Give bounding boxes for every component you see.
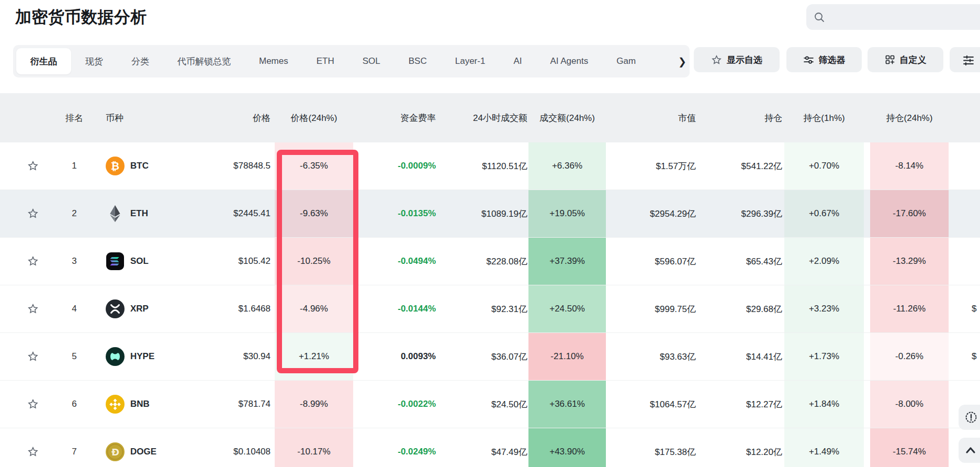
- col-price-change-24h[interactable]: 价格(24h%): [275, 93, 353, 142]
- rank: 5: [48, 333, 100, 380]
- filter-button[interactable]: 筛选器: [786, 47, 862, 72]
- favorite-star-cell[interactable]: [0, 333, 48, 380]
- funding-rate: -0.0144%: [353, 285, 440, 332]
- favorite-star-icon[interactable]: [27, 351, 39, 362]
- table-row[interactable]: 7 Ð DOGE $0.10408 -10.17% -0.0249% $47.4…: [0, 428, 980, 467]
- price: $0.10408: [217, 428, 275, 467]
- col-price[interactable]: 价格: [217, 93, 275, 142]
- favorite-star-cell[interactable]: [0, 285, 48, 332]
- volume-24h: $24.50亿: [440, 381, 528, 428]
- tab-gaming-truncated[interactable]: Gam: [602, 56, 638, 66]
- eth-icon: [106, 204, 125, 223]
- table-body: 1 ₿ BTC $78848.5 -6.35% -0.0009% $1120.5…: [0, 142, 980, 467]
- oi-change-1h-cell: +2.09%: [784, 238, 864, 285]
- rank: 4: [48, 285, 100, 332]
- coin-symbol: BTC: [130, 161, 149, 171]
- favorite-star-icon[interactable]: [27, 446, 39, 458]
- coin-symbol: XRP: [130, 304, 149, 314]
- coin-cell[interactable]: HYPE: [100, 333, 217, 380]
- col-favorite: [0, 93, 48, 142]
- coin-cell[interactable]: BNB: [100, 381, 217, 428]
- rank: 3: [48, 238, 100, 285]
- price: $781.74: [217, 381, 275, 428]
- rank: 6: [48, 381, 100, 428]
- tab-sol[interactable]: SOL: [348, 56, 395, 66]
- tab-eth[interactable]: ETH: [302, 56, 348, 66]
- tab-bar: 衍生品 现货 分类 代币解锁总览 Memes ETH SOL BSC Layer…: [13, 45, 690, 77]
- oi-change-1h-cell: +0.70%: [784, 142, 864, 190]
- favorite-star-icon[interactable]: [27, 303, 39, 315]
- table-row[interactable]: 2 ETH $2445.41 -9.63% -0.0135% $1089.19亿…: [0, 190, 980, 238]
- coin-cell[interactable]: XRP: [100, 285, 217, 332]
- col-rank[interactable]: 排名: [48, 93, 100, 142]
- market-cap: $999.75亿: [606, 285, 698, 332]
- row-tail-clipped: [949, 238, 980, 285]
- volume-change-24h-cell: +24.50%: [528, 285, 606, 332]
- funding-rate: -0.0249%: [353, 428, 440, 467]
- oi-change-24h-cell: -11.26%: [870, 285, 949, 332]
- col-open-interest[interactable]: 持仓: [698, 93, 784, 142]
- oi-change-1h-cell: +0.67%: [784, 190, 864, 237]
- row-tail-clipped: [949, 142, 980, 190]
- col-funding-rate[interactable]: 资金费率: [353, 93, 440, 142]
- report-issue-fab[interactable]: [959, 405, 980, 430]
- scroll-top-fab[interactable]: [959, 438, 980, 463]
- price: $30.94: [217, 333, 275, 380]
- tabs-more-chevron-icon[interactable]: ❯: [678, 45, 686, 77]
- table-header: 排名 币种 价格 价格(24h%) 资金费率 24小时成交额 成交额(24h%)…: [0, 93, 980, 142]
- market-cap: $93.63亿: [606, 333, 698, 380]
- rank: 1: [48, 142, 100, 190]
- tab-derivatives[interactable]: 衍生品: [16, 48, 71, 74]
- col-volume-24h[interactable]: 24小时成交额: [440, 93, 528, 142]
- col-market-cap[interactable]: 市值: [606, 93, 698, 142]
- oi-change-24h-cell: -0.26%: [870, 333, 949, 380]
- oi-change-24h-cell: -8.00%: [870, 381, 949, 428]
- favorite-star-icon[interactable]: [27, 208, 39, 219]
- coin-symbol: ETH: [130, 208, 148, 219]
- coin-cell[interactable]: ETH: [100, 190, 217, 237]
- table-row[interactable]: 1 ₿ BTC $78848.5 -6.35% -0.0009% $1120.5…: [0, 142, 980, 190]
- coin-cell[interactable]: SOL: [100, 238, 217, 285]
- coin-cell[interactable]: ₿ BTC: [100, 142, 217, 190]
- customize-button[interactable]: 自定义: [868, 47, 943, 72]
- col-volume-change-24h[interactable]: 成交额(24h%): [528, 93, 606, 142]
- oi-change-1h-cell: +1.49%: [784, 428, 864, 467]
- favorite-star-icon[interactable]: [27, 255, 39, 267]
- favorite-star-cell[interactable]: [0, 238, 48, 285]
- tab-categories[interactable]: 分类: [117, 55, 163, 68]
- page-title: 加密货币数据分析: [15, 6, 147, 28]
- favorite-star-cell[interactable]: [0, 190, 48, 237]
- favorite-star-icon[interactable]: [27, 160, 39, 172]
- tab-ai[interactable]: AI: [499, 56, 536, 66]
- coin-cell[interactable]: Ð DOGE: [100, 428, 217, 467]
- table-row[interactable]: 6 BNB $781.74 -8.99% -0.0022% $24.50亿 +3…: [0, 381, 980, 428]
- favorite-star-cell[interactable]: [0, 428, 48, 467]
- show-watchlist-button[interactable]: 显示自选: [694, 47, 780, 72]
- price-change-24h-cell: +1.21%: [275, 333, 353, 380]
- table-settings-button[interactable]: [950, 47, 980, 72]
- volume-change-24h-cell: +6.36%: [528, 142, 606, 190]
- favorite-star-cell[interactable]: [0, 142, 48, 190]
- table-row[interactable]: 3 SOL $105.42 -10.25% -0.0494% $228.08亿 …: [0, 238, 980, 285]
- tab-spot[interactable]: 现货: [71, 55, 117, 68]
- search-input[interactable]: [825, 4, 980, 30]
- price-change-24h-cell: -10.25%: [275, 238, 353, 285]
- favorite-star-cell[interactable]: [0, 381, 48, 428]
- table-row[interactable]: 4 XRP $1.6468 -4.96% -0.0144% $92.31亿 +2…: [0, 285, 980, 333]
- tab-layer1[interactable]: Layer-1: [441, 56, 500, 66]
- search-box[interactable]: [806, 4, 980, 30]
- col-oi-change-24h[interactable]: 持仓(24h%): [870, 93, 949, 142]
- row-tail-clipped: [949, 190, 980, 237]
- rank: 7: [48, 428, 100, 467]
- filter-sliders-icon: [803, 54, 814, 65]
- volume-change-24h-cell: +36.61%: [528, 381, 606, 428]
- tab-bsc[interactable]: BSC: [395, 56, 441, 66]
- col-oi-change-1h[interactable]: 持仓(1h%): [784, 93, 864, 142]
- tab-memes[interactable]: Memes: [245, 56, 302, 66]
- tab-token-unlock[interactable]: 代币解锁总览: [163, 55, 245, 68]
- tab-ai-agents[interactable]: AI Agents: [536, 56, 602, 66]
- favorite-star-icon[interactable]: [27, 398, 39, 410]
- table-row[interactable]: 5 HYPE $30.94 +1.21% 0.0093% $36.07亿 -21…: [0, 333, 980, 381]
- funding-rate: -0.0022%: [353, 381, 440, 428]
- col-coin[interactable]: 币种: [100, 93, 217, 142]
